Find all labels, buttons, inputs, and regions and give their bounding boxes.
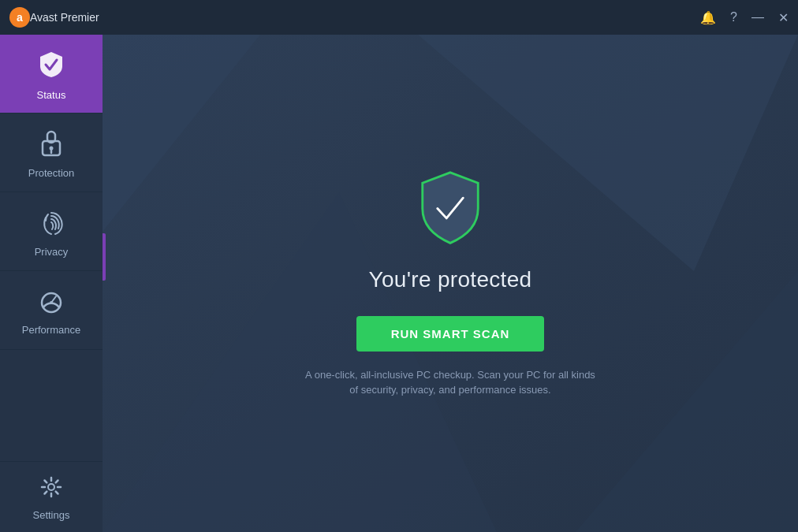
close-icon[interactable]: ✕: [778, 10, 789, 25]
protection-icon: [40, 130, 62, 161]
settings-icon: [40, 476, 62, 503]
svg-point-9: [48, 484, 54, 490]
sidebar: Status Protection: [0, 35, 103, 532]
sidebar-item-status-label: Status: [37, 89, 66, 101]
performance-icon: [39, 288, 64, 318]
svg-marker-14: [103, 35, 260, 232]
shield-icon: [415, 169, 486, 251]
minimize-icon[interactable]: —: [751, 10, 764, 24]
sidebar-item-status[interactable]: Status: [0, 35, 103, 113]
status-icon: [39, 50, 64, 83]
main-content: You're protected RUN SMART SCAN A one-cl…: [103, 35, 798, 532]
privacy-icon: [39, 209, 63, 240]
notification-icon[interactable]: 🔔: [700, 10, 716, 25]
scan-description-text: A one-click, all-inclusive PC checkup. S…: [300, 367, 600, 398]
titlebar: a Avast Premier 🔔 ? — ✕: [0, 0, 798, 35]
left-accent: [103, 233, 106, 281]
sidebar-item-performance-label: Performance: [22, 324, 80, 336]
protected-status-text: You're protected: [369, 267, 532, 292]
svg-text:a: a: [17, 11, 23, 24]
app-title: Avast Premier: [30, 11, 700, 24]
titlebar-actions: 🔔 ? — ✕: [700, 10, 789, 25]
sidebar-item-protection[interactable]: Protection: [0, 113, 103, 192]
help-icon[interactable]: ?: [730, 10, 737, 24]
sidebar-item-performance[interactable]: Performance: [0, 271, 103, 350]
sidebar-item-settings[interactable]: Settings: [0, 461, 103, 532]
run-smart-scan-button[interactable]: RUN SMART SCAN: [356, 316, 545, 352]
avast-logo-icon: a: [9, 7, 30, 28]
status-panel: You're protected RUN SMART SCAN A one-cl…: [300, 169, 600, 398]
sidebar-item-protection-label: Protection: [28, 167, 75, 179]
svg-marker-13: [576, 271, 798, 532]
sidebar-item-privacy-label: Privacy: [35, 246, 69, 258]
main-layout: Status Protection: [0, 35, 798, 532]
svg-point-8: [50, 301, 53, 304]
sidebar-settings-label: Settings: [33, 509, 70, 521]
sidebar-item-privacy[interactable]: Privacy: [0, 192, 103, 271]
